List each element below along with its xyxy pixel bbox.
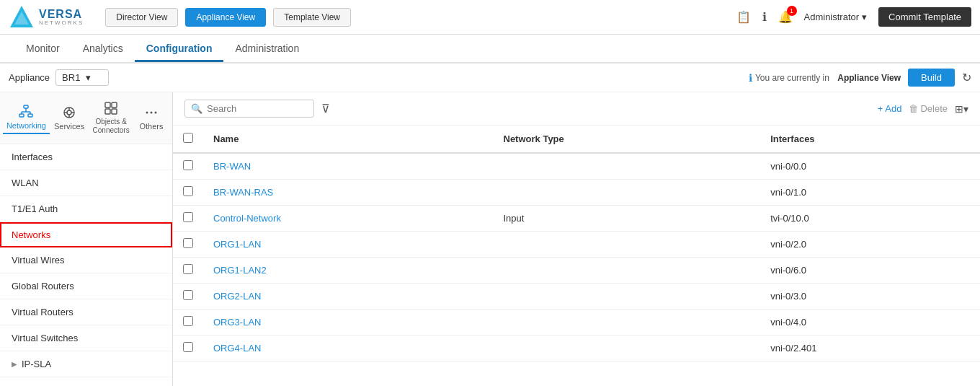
svg-point-20: [150, 112, 152, 114]
bell-icon[interactable]: 🔔 1: [778, 10, 793, 24]
row-interfaces-5: vni-0/3.0: [760, 284, 980, 310]
toolbar-right: + Add 🗑 Delete ⊞▾: [878, 103, 968, 115]
row-name-4[interactable]: ORG1-LAN2: [203, 258, 494, 284]
sidebar-item-wlan[interactable]: WLAN: [0, 170, 172, 196]
commit-template-button[interactable]: Commit Template: [878, 7, 971, 27]
row-name-3[interactable]: ORG1-LAN: [203, 232, 494, 258]
row-checkbox-6: [173, 310, 203, 335]
sidebar-item-virtual-wires[interactable]: Virtual Wires: [0, 247, 172, 273]
row-interfaces-1: vni-0/1.0: [760, 180, 980, 206]
appliance-info-msg: ℹ You are currently in Appliance View: [749, 72, 901, 84]
sidebar-icon-services[interactable]: Services: [50, 102, 89, 133]
others-icon: [144, 105, 159, 120]
table-row: ORG3-LAN vni-0/4.0: [173, 310, 980, 335]
sidebar-item-networks[interactable]: Networks: [0, 222, 172, 247]
services-icon: [62, 105, 76, 120]
table-row: ORG1-LAN vni-0/2.0: [173, 232, 980, 258]
row-select-4[interactable]: [183, 264, 193, 274]
svg-rect-15: [105, 102, 110, 108]
icon-nav: Networking Services: [0, 92, 172, 144]
content-panel: 🔍 ⊽ + Add 🗑 Delete ⊞▾ Name: [173, 92, 980, 386]
logo: VERSA NETWORKS: [9, 4, 84, 30]
tab-analytics[interactable]: Analytics: [71, 37, 135, 62]
row-name-5[interactable]: ORG2-LAN: [203, 284, 494, 310]
sidebar-item-t1e1[interactable]: T1/E1 Auth: [0, 196, 172, 222]
add-button[interactable]: + Add: [878, 103, 902, 114]
row-interfaces-7: vni-0/2.401: [760, 335, 980, 361]
search-icon: 🔍: [191, 103, 202, 114]
col-checkbox: [173, 126, 203, 153]
sidebar-icon-objects[interactable]: Objects &Connectors: [89, 98, 133, 138]
sidebar: Networking Services: [0, 92, 173, 386]
view-toggle-button[interactable]: ⊞▾: [955, 103, 968, 115]
admin-menu[interactable]: Administrator ▾: [804, 12, 868, 22]
sidebar-item-virtual-switches[interactable]: Virtual Switches: [0, 325, 172, 351]
table-row: BR-WAN-RAS vni-0/1.0: [173, 180, 980, 206]
svg-rect-17: [105, 109, 110, 114]
delete-button[interactable]: 🗑 Delete: [909, 103, 948, 114]
sidebar-item-networks-label: Networks: [12, 229, 50, 240]
table-row: ORG2-LAN vni-0/3.0: [173, 284, 980, 310]
sidebar-icon-networking[interactable]: Networking: [3, 102, 50, 134]
svg-rect-2: [24, 105, 28, 108]
sidebar-item-interfaces[interactable]: Interfaces: [0, 144, 172, 170]
row-network-type-0: [494, 153, 761, 180]
select-all-checkbox[interactable]: [183, 133, 193, 143]
services-label: Services: [54, 122, 84, 131]
row-select-1[interactable]: [183, 186, 193, 196]
row-network-type-6: [494, 310, 761, 335]
sidebar-icon-others[interactable]: Others: [133, 102, 169, 133]
tab-configuration[interactable]: Configuration: [135, 37, 224, 62]
row-name-6[interactable]: ORG3-LAN: [203, 310, 494, 335]
row-checkbox-0: [173, 153, 203, 180]
info-highlight: Appliance View: [837, 73, 901, 83]
appliance-view-btn[interactable]: Appliance View: [185, 8, 266, 27]
row-select-5[interactable]: [183, 290, 193, 300]
svg-rect-18: [112, 109, 117, 114]
row-checkbox-3: [173, 232, 203, 258]
row-network-type-1: [494, 180, 761, 206]
row-name-7[interactable]: ORG4-LAN: [203, 335, 494, 361]
tab-monitor[interactable]: Monitor: [14, 37, 71, 62]
top-bar-right: 📋 ℹ 🔔 1 Administrator ▾ Commit Template: [736, 7, 971, 27]
row-name-0[interactable]: BR-WAN: [203, 153, 494, 180]
director-view-btn[interactable]: Director View: [105, 8, 178, 27]
sidebar-item-wlan-label: WLAN: [12, 177, 39, 188]
sidebar-item-ip-sla-label: IP-SLA: [22, 359, 51, 369]
sidebar-item-global-routers[interactable]: Global Routers: [0, 273, 172, 299]
tab-administration[interactable]: Administration: [223, 37, 311, 62]
sidebar-item-virtual-routers[interactable]: Virtual Routers: [0, 299, 172, 325]
table-row: BR-WAN vni-0/0.0: [173, 153, 980, 180]
row-name-1[interactable]: BR-WAN-RAS: [203, 180, 494, 206]
appliance-select: Appliance BR1 ▾: [9, 69, 109, 86]
logo-text: VERSA NETWORKS: [39, 9, 84, 26]
clipboard-icon[interactable]: 📋: [736, 10, 751, 24]
info-icon[interactable]: ℹ: [762, 10, 767, 24]
search-box[interactable]: 🔍: [184, 100, 314, 118]
objects-icon: [104, 101, 118, 115]
appliance-dropdown[interactable]: BR1 ▾: [55, 69, 109, 86]
template-view-btn[interactable]: Template View: [273, 8, 351, 27]
build-button[interactable]: Build: [908, 69, 955, 87]
filter-icon[interactable]: ⊽: [321, 102, 330, 115]
row-checkbox-5: [173, 284, 203, 310]
refresh-icon[interactable]: ↻: [962, 71, 971, 84]
networks-table: Name Network Type Interfaces BR-WAN vni-…: [173, 126, 980, 361]
nav-tabs: Monitor Analytics Configuration Administ…: [0, 35, 980, 63]
sidebar-item-ip-sla[interactable]: ▶ IP-SLA: [0, 351, 172, 377]
row-select-2[interactable]: [183, 212, 193, 222]
row-interfaces-3: vni-0/2.0: [760, 232, 980, 258]
row-select-7[interactable]: [183, 342, 193, 352]
row-select-6[interactable]: [183, 316, 193, 326]
row-name-2[interactable]: Control-Network: [203, 206, 494, 232]
search-input[interactable]: [207, 103, 308, 114]
row-interfaces-4: vni-0/6.0: [760, 258, 980, 284]
row-select-0[interactable]: [183, 160, 193, 170]
sidebar-item-virtual-routers-label: Virtual Routers: [12, 307, 74, 317]
row-select-3[interactable]: [183, 238, 193, 248]
logo-sub: NETWORKS: [39, 20, 84, 26]
sidebar-menu: Interfaces WLAN T1/E1 Auth Networks Virt…: [0, 144, 172, 386]
col-name: Name: [203, 126, 494, 153]
sidebar-item-virtual-wires-label: Virtual Wires: [12, 255, 64, 266]
notification-badge: 1: [787, 6, 797, 16]
